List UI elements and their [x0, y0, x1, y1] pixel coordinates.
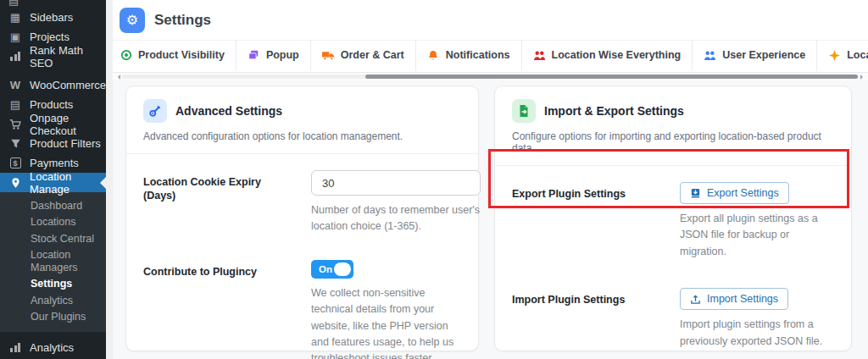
- tab-product-visibility[interactable]: Product Visibility: [113, 41, 236, 72]
- tab-popup[interactable]: Popup: [236, 41, 311, 72]
- card-title: Advanced Settings: [175, 104, 282, 118]
- scroll-left-arrow-icon[interactable]: [115, 75, 120, 80]
- location-people-icon: [533, 50, 546, 61]
- export-settings-button[interactable]: Export Settings: [680, 182, 789, 204]
- advanced-settings-card: Advanced Settings Advanced configuration…: [125, 86, 479, 351]
- tab-label: Popup: [266, 49, 299, 61]
- setting-row-export-settings: Export Plugin Settings Export Settings E…: [495, 182, 851, 260]
- tab-user-experience[interactable]: User Experience: [693, 41, 817, 72]
- sidebar-item-label: Product Filters: [30, 137, 101, 150]
- sidebar-item-label: Location Manage: [30, 170, 106, 196]
- submenu-item-stock-central[interactable]: Stock Central: [0, 231, 106, 247]
- sidebar-item-woocommerce[interactable]: W WooCommerce: [0, 75, 106, 95]
- divider: [126, 153, 478, 154]
- setting-help-text: We collect non-sensitive technical detai…: [311, 285, 461, 359]
- sidebar-item-label: Projects: [30, 30, 70, 43]
- dollar-icon: $: [8, 157, 22, 168]
- scrollbar-track[interactable]: [122, 75, 859, 79]
- popup-windows-icon: [248, 49, 260, 61]
- wordpress-admin-page: ▤ ▦ Sidebars ▣ Projects Rank Math SEO W …: [0, 0, 868, 359]
- submenu-item-locations[interactable]: Locations: [0, 214, 106, 230]
- upload-icon: [690, 294, 701, 305]
- contribute-toggle[interactable]: On: [311, 260, 353, 279]
- sidebar-item-label: Rank Math SEO: [30, 44, 106, 69]
- portfolio-icon: ▣: [8, 30, 22, 43]
- card-title: Import & Export Settings: [544, 104, 684, 118]
- divider: [495, 165, 851, 166]
- setting-row-import-settings: Import Plugin Settings Import Settings I…: [495, 288, 851, 350]
- setting-label: Export Plugin Settings: [512, 182, 663, 201]
- funnel-icon: [8, 138, 22, 149]
- settings-gear-icon: ⚙: [120, 8, 145, 33]
- page-header: ⚙ Settings: [113, 0, 868, 40]
- sidebar-item-rank-math-seo[interactable]: Rank Math SEO: [0, 47, 106, 66]
- tab-order-cart[interactable]: Order & Cart: [311, 41, 416, 72]
- tab-label: Location Info Management: [847, 49, 868, 61]
- sidebar-item-product-filters[interactable]: Product Filters: [0, 134, 106, 153]
- setting-label: Import Plugin Settings: [512, 288, 663, 307]
- card-description: Advanced configuration options for locat…: [126, 123, 478, 142]
- export-file-icon: [512, 99, 536, 123]
- settings-page: ⚙ Settings Product Visibility Popup O: [113, 0, 868, 359]
- cart-icon: [8, 119, 22, 130]
- bar-chart-icon: [8, 343, 22, 352]
- sidebar-item-label: WooCommerce: [30, 79, 106, 91]
- sidebar-item-location-manage[interactable]: Location Manage: [0, 173, 106, 192]
- location-manage-submenu: Dashboard Locations Stock Central Locati…: [0, 192, 106, 332]
- tab-label: Product Visibility: [138, 49, 225, 61]
- submenu-item-settings[interactable]: Settings: [0, 276, 106, 292]
- woocommerce-icon: W: [8, 79, 22, 91]
- scroll-right-arrow-icon[interactable]: [860, 75, 865, 80]
- users-icon: [704, 50, 716, 61]
- tabbar-scrollbar: [113, 73, 868, 80]
- sidebar-item-sidebars[interactable]: ▦ Sidebars: [0, 8, 106, 27]
- sidebar-item-label: Payments: [30, 157, 79, 169]
- sidebar-item-onpage-checkout[interactable]: Onpage Checkout: [0, 114, 106, 134]
- sidebar-item-label: Onpage Checkout: [30, 112, 106, 137]
- tab-label: Order & Cart: [341, 49, 404, 61]
- scrollbar-thumb[interactable]: [365, 75, 858, 79]
- setting-help-text: Export all plugin settings as a JSON fil…: [680, 211, 834, 260]
- cookie-expiry-input[interactable]: [311, 170, 481, 196]
- setting-help-text: Import plugin settings from a previously…: [680, 317, 834, 350]
- tab-label: Notifications: [446, 49, 510, 61]
- truck-icon: [322, 50, 335, 61]
- page-title: Settings: [154, 12, 211, 29]
- sidebar-item-label: Sidebars: [30, 11, 73, 24]
- submenu-item-analytics[interactable]: Analytics: [0, 293, 106, 309]
- submenu-item-our-plugins[interactable]: Our Plugins: [0, 309, 106, 325]
- toggle-knob: [334, 262, 351, 276]
- sidebar-item-label: Products: [30, 98, 73, 111]
- tab-label: Location Wise Everything: [552, 49, 682, 61]
- bell-icon: [427, 50, 440, 61]
- setting-label: Location Cookie Expiry (Days): [143, 170, 294, 203]
- tab-location-info-management[interactable]: Location Info Management: [817, 41, 868, 72]
- grid-icon: ▦: [8, 11, 22, 24]
- toggle-state-label: On: [319, 264, 332, 274]
- submenu-item-location-managers[interactable]: Location Managers: [0, 247, 106, 277]
- tools-icon: [143, 99, 167, 123]
- eye-icon: [120, 49, 132, 61]
- settings-tabbar: Product Visibility Popup Order & Cart No…: [113, 40, 868, 73]
- sidebar-item-analytics[interactable]: Analytics: [0, 338, 106, 357]
- sidebar-item-label: Analytics: [30, 341, 74, 354]
- setting-label: Contribute to Plugincy: [143, 260, 294, 279]
- button-label: Import Settings: [707, 293, 778, 305]
- tab-location-wise-everything[interactable]: Location Wise Everything: [522, 41, 693, 72]
- setting-row-contribute: Contribute to Plugincy On We collect non…: [126, 260, 478, 359]
- tab-notifications[interactable]: Notifications: [416, 41, 522, 72]
- setting-help-text: Number of days to remember user's locati…: [311, 202, 481, 235]
- download-icon: [690, 188, 701, 199]
- import-export-card: Import & Export Settings Configure optio…: [494, 86, 852, 351]
- sparkle-icon: [828, 50, 841, 61]
- admin-sidebar: ▤ ▦ Sidebars ▣ Projects Rank Math SEO W …: [0, 0, 106, 359]
- import-settings-button[interactable]: Import Settings: [680, 288, 788, 310]
- button-label: Export Settings: [707, 187, 779, 199]
- tab-label: User Experience: [722, 49, 805, 61]
- sidebar-content-gap: [106, 0, 113, 359]
- settings-content: Advanced Settings Advanced configuration…: [113, 80, 868, 359]
- setting-row-cookie-expiry: Location Cookie Expiry (Days) Number of …: [126, 170, 478, 235]
- submenu-item-dashboard[interactable]: Dashboard: [0, 198, 106, 214]
- products-icon: ▤: [8, 98, 22, 111]
- seo-chart-icon: [8, 52, 22, 61]
